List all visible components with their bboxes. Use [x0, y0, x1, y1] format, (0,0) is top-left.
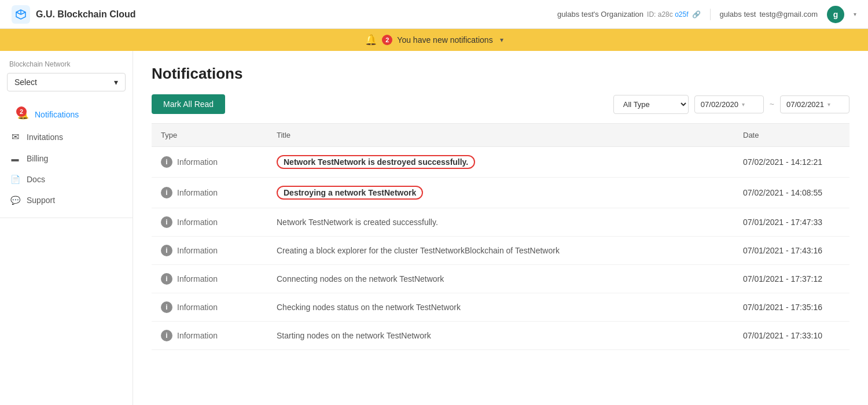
- notification-title: Starting nodes on the network TestNetwor…: [277, 331, 431, 340]
- notification-title: Creating a block explorer for the cluste…: [277, 246, 560, 255]
- date-cell: 07/02/2021 - 14:08:55: [734, 178, 849, 208]
- sidebar-item-invitations[interactable]: ✉ Invitations: [0, 126, 133, 148]
- docs-icon: 📄: [9, 175, 21, 184]
- vertical-divider: [710, 9, 711, 20]
- notification-title-highlighted: Network TestNetwork is destroyed success…: [277, 155, 475, 169]
- col-header-type: Type: [152, 124, 267, 147]
- table-row: i Information Creating a block explorer …: [152, 237, 849, 265]
- date-cell: 07/01/2021 - 17:47:33: [734, 208, 849, 237]
- notification-title: Checking nodes status on the network Tes…: [277, 303, 461, 312]
- banner-chevron-icon[interactable]: ▾: [500, 36, 503, 44]
- app-title: G.U. Blockchain Cloud: [36, 9, 135, 20]
- title-cell: Destroying a network TestNetwork: [267, 178, 734, 208]
- info-icon: i: [161, 330, 172, 341]
- avatar[interactable]: g: [827, 6, 844, 23]
- sidebar-item-label: Notifications: [35, 110, 79, 119]
- chevron-down-icon[interactable]: ▾: [854, 11, 856, 17]
- info-icon: i: [161, 187, 172, 198]
- title-cell: Network TestNetwork is destroyed success…: [267, 147, 734, 178]
- org-id: ID: a28c o25f: [647, 10, 688, 19]
- type-label: Information: [177, 188, 218, 197]
- header: G.U. Blockchain Cloud gulabs test's Orga…: [0, 0, 868, 29]
- type-label: Information: [177, 218, 218, 227]
- info-icon: i: [161, 301, 172, 313]
- col-header-date: Date: [734, 124, 849, 147]
- header-left: G.U. Blockchain Cloud: [12, 5, 135, 24]
- page-title: Notifications: [152, 65, 849, 83]
- notification-title-highlighted: Destroying a network TestNetwork: [277, 186, 423, 200]
- date-cell: 07/01/2021 - 17:43:16: [734, 237, 849, 265]
- header-right: gulabs test's Organization ID: a28c o25f…: [557, 6, 856, 23]
- table-header-row: Type Title Date: [152, 124, 849, 147]
- type-cell: i Information: [152, 147, 267, 178]
- type-label: Information: [177, 303, 218, 312]
- select-chevron-icon: ▾: [114, 78, 118, 87]
- table-row: i Information Starting nodes on the netw…: [152, 322, 849, 350]
- title-cell: Connecting nodes on the network TestNetw…: [267, 265, 734, 293]
- sidebar: Blockchain Network Select ▾ 2 🔔 Notifica…: [0, 51, 133, 405]
- user-info: gulabs test testg@gmail.com: [720, 10, 818, 19]
- table-row: i Information Network TestNetwork is des…: [152, 147, 849, 178]
- sidebar-divider: [0, 218, 133, 218]
- date-cell: 07/01/2021 - 17:35:16: [734, 293, 849, 322]
- type-cell: i Information: [152, 208, 267, 237]
- notifications-badge: 2: [16, 106, 27, 117]
- sidebar-item-label: Billing: [27, 154, 48, 163]
- type-label: Information: [177, 157, 218, 167]
- toolbar: Mark All Read All Type 07/02/2020 ▾ ~ 07…: [152, 94, 849, 124]
- sidebar-item-label: Support: [27, 196, 55, 205]
- date-cell: 07/02/2021 - 14:12:21: [734, 147, 849, 178]
- network-select[interactable]: Select ▾: [7, 73, 126, 91]
- envelope-icon: ✉: [9, 131, 21, 142]
- org-name: gulabs test's Organization: [557, 10, 643, 19]
- title-cell: Creating a block explorer for the cluste…: [267, 237, 734, 265]
- bell-wrap: 🔔: [365, 34, 377, 46]
- sidebar-item-docs[interactable]: 📄 Docs: [0, 169, 133, 190]
- type-label: Information: [177, 274, 218, 284]
- date-to-input[interactable]: 07/02/2021 ▾: [780, 95, 849, 113]
- type-cell: i Information: [152, 265, 267, 293]
- type-label: Information: [177, 246, 218, 255]
- banner-message: You have new notifications: [397, 35, 492, 45]
- main-content: Notifications Mark All Read All Type 07/…: [133, 51, 868, 405]
- date-from-input[interactable]: 07/02/2020 ▾: [694, 95, 764, 113]
- title-cell: Network TestNetwork is created successfu…: [267, 208, 734, 237]
- date-to-chevron-icon: ▾: [827, 101, 830, 108]
- org-info: gulabs test's Organization ID: a28c o25f…: [557, 10, 701, 19]
- notifications-table: Type Title Date i Information Network Te…: [152, 124, 849, 350]
- info-icon: i: [161, 245, 172, 256]
- title-cell: Starting nodes on the network TestNetwor…: [267, 322, 734, 350]
- bell-icon: 🔔: [365, 34, 377, 46]
- user-email: testg@gmail.com: [759, 10, 818, 19]
- main-layout: Blockchain Network Select ▾ 2 🔔 Notifica…: [0, 51, 868, 405]
- date-separator: ~: [770, 100, 774, 109]
- sidebar-item-label: Invitations: [27, 132, 63, 142]
- notification-count-badge: 2: [382, 35, 392, 45]
- logo-icon: [12, 5, 30, 24]
- type-cell: i Information: [152, 178, 267, 208]
- sidebar-item-notifications[interactable]: 2 🔔 Notifications: [0, 103, 133, 126]
- sidebar-item-support[interactable]: 💬 Support: [0, 190, 133, 211]
- notification-title: Connecting nodes on the network TestNetw…: [277, 274, 444, 284]
- sidebar-item-label: Docs: [27, 175, 45, 184]
- info-icon: i: [161, 273, 172, 285]
- link-icon[interactable]: 🔗: [692, 10, 701, 19]
- type-cell: i Information: [152, 322, 267, 350]
- billing-icon: ▬: [9, 154, 21, 163]
- type-filter-select[interactable]: All Type: [613, 95, 689, 114]
- mark-all-read-button[interactable]: Mark All Read: [152, 94, 225, 114]
- support-icon: 💬: [9, 196, 21, 205]
- network-label: Blockchain Network: [0, 60, 133, 68]
- notification-banner[interactable]: 🔔 2 You have new notifications ▾: [0, 29, 868, 51]
- table-row: i Information Network TestNetwork is cre…: [152, 208, 849, 237]
- type-label: Information: [177, 331, 218, 340]
- info-icon: i: [161, 156, 172, 168]
- type-cell: i Information: [152, 237, 267, 265]
- table-row: i Information Destroying a network TestN…: [152, 178, 849, 208]
- toolbar-right: All Type 07/02/2020 ▾ ~ 07/02/2021 ▾: [613, 95, 849, 114]
- title-cell: Checking nodes status on the network Tes…: [267, 293, 734, 322]
- sidebar-item-billing[interactable]: ▬ Billing: [0, 148, 133, 169]
- user-name: gulabs test: [720, 10, 756, 19]
- date-cell: 07/01/2021 - 17:33:10: [734, 322, 849, 350]
- col-header-title: Title: [267, 124, 734, 147]
